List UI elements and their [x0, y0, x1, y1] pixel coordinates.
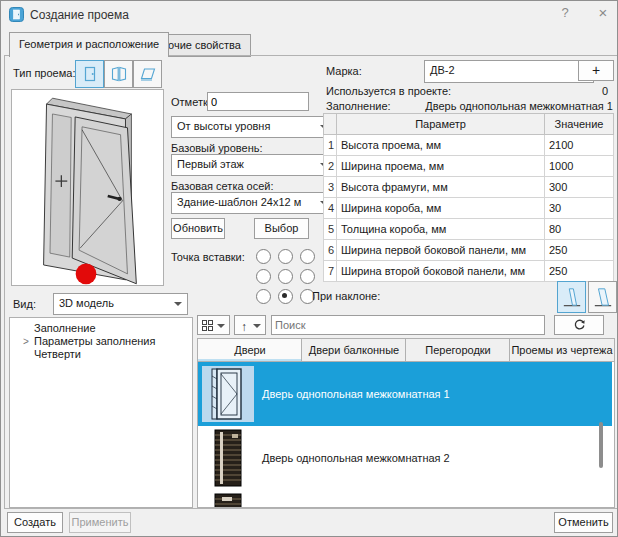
tab-geometry[interactable]: Геометрия и расположение — [9, 32, 169, 57]
app-icon — [9, 7, 24, 22]
close-icon[interactable]: × — [591, 4, 615, 22]
tab-page-frame — [4, 55, 618, 509]
cancel-button[interactable]: Отменить — [554, 512, 613, 533]
dialog-create-opening: Создание проема ? × Геометрия и располож… — [0, 0, 618, 537]
title-bar: Создание проема ? × — [1, 1, 618, 29]
help-button[interactable]: ? — [553, 5, 577, 23]
window-title: Создание проема — [30, 9, 129, 22]
apply-button: Применить — [69, 512, 131, 533]
create-button[interactable]: Создать — [7, 512, 63, 533]
